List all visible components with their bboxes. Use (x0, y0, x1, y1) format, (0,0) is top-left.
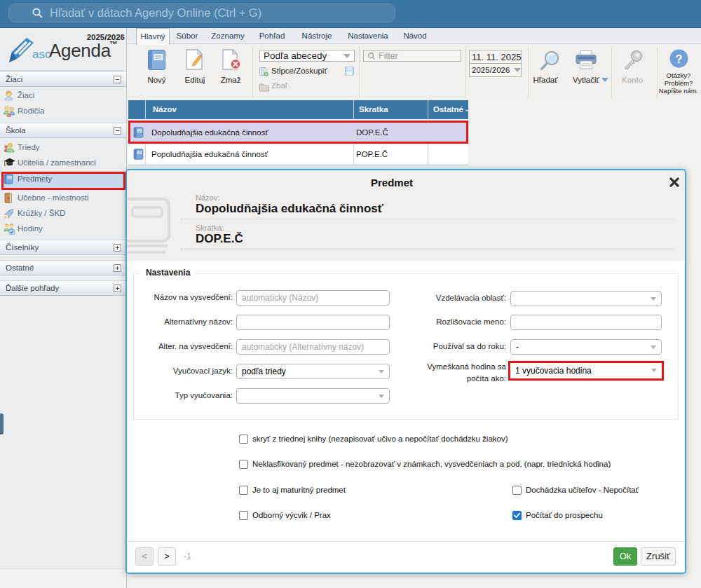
svg-text:?: ? (675, 53, 682, 66)
